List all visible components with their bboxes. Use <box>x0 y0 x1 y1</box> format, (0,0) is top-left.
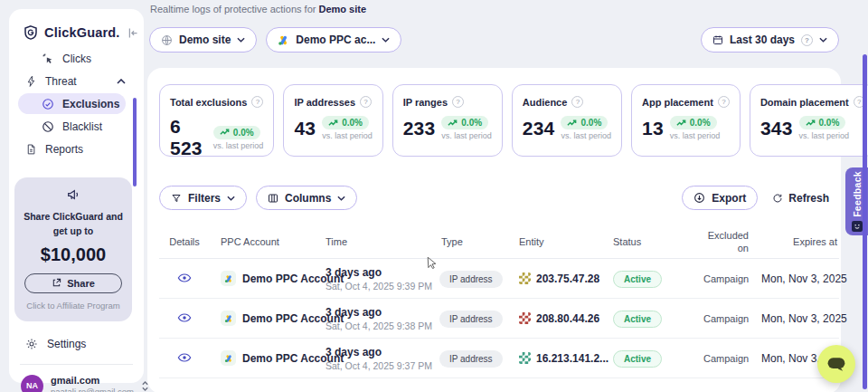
time-cell: 3 days ago Sat, Oct 4, 2025 9:37 PM <box>326 346 436 371</box>
stat-label: IP ranges <box>403 97 448 108</box>
export-button[interactable]: Export <box>682 186 758 210</box>
status-badge: Active <box>613 311 662 328</box>
help-icon[interactable] <box>360 96 372 108</box>
brand-row: ClickGuard. <box>9 9 144 41</box>
status-badge: Active <box>613 271 662 288</box>
entity-cell: 208.80.44.26 <box>519 312 613 325</box>
trend-badge: 0.0% <box>322 116 369 129</box>
sidebar-item-threat[interactable]: Threat <box>9 70 144 92</box>
delta-value: 0.0% <box>461 118 482 128</box>
trend-badge: 0.0% <box>670 116 717 129</box>
google-ads-icon <box>221 271 236 286</box>
filter-funnel-icon <box>171 193 182 204</box>
affiliate-program-link[interactable]: Click to Affiliate Program <box>22 301 125 311</box>
feedback-tab-label: Feedback <box>852 171 863 217</box>
ppc-account-cell: Demo PPC Account <box>210 350 326 366</box>
table-toolbar: Filters Columns <box>159 186 829 210</box>
nav-label: Blacklist <box>62 120 102 133</box>
globe-icon <box>161 34 173 46</box>
delta-value: 0.0% <box>690 118 711 128</box>
share-button[interactable]: Share <box>24 273 121 293</box>
sidebar: ClickGuard. Clicks <box>9 9 144 383</box>
page-scrollbar[interactable] <box>863 54 867 389</box>
vs-last-period-label: vs. last period <box>799 131 850 140</box>
chat-bubble-icon <box>826 357 846 372</box>
type-badge: IP address <box>439 311 503 328</box>
columns-button[interactable]: Columns <box>256 186 357 210</box>
vs-last-period-label: vs. last period <box>322 131 373 140</box>
exclusions-table: Details PPC Account Time Type Entity Sta… <box>159 227 839 378</box>
clicks-icon <box>42 53 54 65</box>
details-eye-button[interactable] <box>177 312 192 323</box>
user-menu[interactable]: NA gmail.com naatali.ro@gmail.com <box>9 365 144 392</box>
brand-name: ClickGuard. <box>44 25 120 40</box>
trend-up-icon <box>806 120 816 127</box>
time-cell: 3 days ago Sat, Oct 4, 2025 9:38 PM <box>326 306 436 331</box>
excluded-on-cell: Campaign <box>703 273 761 284</box>
help-icon[interactable] <box>571 96 583 108</box>
status-badge: Active <box>613 350 662 368</box>
user-email: naatali.ro@gmail.com <box>51 387 134 392</box>
trend-badge: 0.0% <box>799 116 846 129</box>
site-selector[interactable]: Demo site <box>149 27 257 53</box>
avatar: NA <box>21 375 43 392</box>
time-relative: 3 days ago <box>326 346 436 359</box>
header-details: Details <box>159 236 210 247</box>
sidebar-nav: Clicks Threat Exclusi <box>9 47 144 160</box>
type-badge: IP address <box>439 271 503 288</box>
sidebar-scrollbar[interactable] <box>133 98 137 186</box>
delta-value: 0.0% <box>819 118 840 128</box>
sidebar-item-clicks[interactable]: Clicks <box>9 47 144 70</box>
sidebar-item-settings[interactable]: Settings <box>9 332 144 356</box>
refresh-icon <box>772 193 783 204</box>
page-subtitle: Realtime logs of protective actions for … <box>150 4 366 14</box>
sidebar-collapse-icon[interactable] <box>126 26 139 40</box>
expires-at-cell: Mon, Nov 3, 2025 <box>761 272 849 285</box>
download-icon <box>693 192 705 204</box>
sidebar-item-exclusions[interactable]: Exclusions <box>18 93 126 114</box>
entity-identicon <box>519 312 531 324</box>
stat-card-total-exclusions: Total exclusions 6 523 0.0% vs. last per… <box>159 84 274 157</box>
filters-button[interactable]: Filters <box>159 186 247 210</box>
toolbar-left: Filters Columns <box>159 186 357 210</box>
stat-value: 6 523 <box>170 116 207 159</box>
details-eye-button[interactable] <box>177 272 192 283</box>
header-type: Type <box>436 236 519 247</box>
trend-up-icon <box>448 120 458 127</box>
stat-label: Audience <box>523 97 568 108</box>
help-icon[interactable] <box>251 96 263 108</box>
header-entity: Entity <box>519 236 613 247</box>
entity-identicon <box>519 352 531 364</box>
help-icon[interactable] <box>801 34 813 46</box>
gear-icon <box>25 338 38 350</box>
chevron-down-icon <box>237 37 245 43</box>
stat-value: 43 <box>294 118 316 139</box>
expires-at-cell: Mon, Nov 3, 2025 <box>761 312 849 325</box>
subtitle-text: Realtime logs of protective actions for <box>150 4 316 14</box>
refresh-button[interactable]: Refresh <box>772 192 829 205</box>
date-range-value: Last 30 days <box>730 33 795 46</box>
threat-icon <box>25 75 37 88</box>
vs-last-period-label: vs. last period <box>561 131 611 140</box>
help-icon[interactable] <box>452 96 464 108</box>
promo-amount: $10,000 <box>22 244 125 265</box>
excluded-on-cell: Campaign <box>703 353 761 364</box>
stat-label: Domain placement <box>760 97 849 108</box>
sidebar-item-reports[interactable]: Reports <box>9 138 144 160</box>
sidebar-item-blacklist[interactable]: Blacklist <box>9 115 144 138</box>
blacklist-icon <box>42 120 54 133</box>
entity-cell: 203.75.47.28 <box>519 272 613 285</box>
reports-icon <box>25 143 37 156</box>
stat-card-ip-ranges: IP ranges 233 0.0% vs. last period <box>392 84 503 157</box>
refresh-button-label: Refresh <box>788 192 829 205</box>
ppc-account-selector[interactable]: Demo PPC ac... <box>266 27 401 53</box>
help-icon[interactable] <box>718 96 730 108</box>
chevron-down-icon <box>382 37 390 43</box>
ppc-account-cell: Demo PPC Account <box>210 311 326 326</box>
main-content: Realtime logs of protective actions for … <box>147 0 841 392</box>
chat-launcher-button[interactable] <box>817 345 855 383</box>
trend-badge: 0.0% <box>441 116 488 129</box>
date-range-selector[interactable]: Last 30 days <box>701 27 839 53</box>
details-eye-button[interactable] <box>177 352 192 363</box>
clickguard-logo-icon <box>23 24 39 41</box>
